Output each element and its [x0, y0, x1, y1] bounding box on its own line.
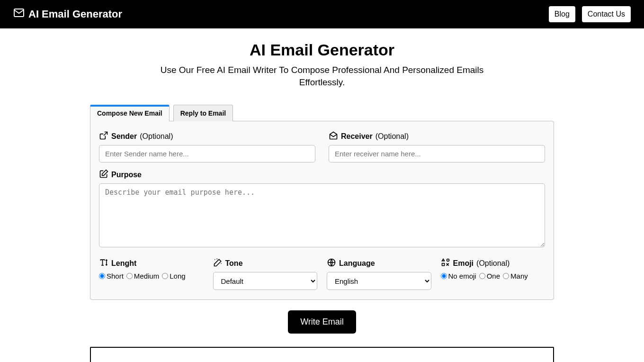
globe-icon [327, 258, 336, 269]
tab-compose[interactable]: Compose New Email [90, 105, 170, 121]
icons-icon [441, 258, 450, 269]
svg-point-2 [447, 259, 449, 262]
blog-link[interactable]: Blog [549, 6, 575, 22]
emoji-one[interactable]: One [479, 272, 500, 280]
output-box [90, 347, 554, 362]
nav-links: Blog Contact Us [549, 6, 631, 22]
envelope-open-icon [329, 131, 338, 142]
tone-label: Tone [213, 258, 318, 269]
emoji-many[interactable]: Many [503, 272, 528, 280]
receiver-input[interactable] [329, 145, 545, 163]
edit-icon [99, 169, 108, 181]
sender-input[interactable] [99, 145, 315, 163]
brand: AI Email Generator [13, 7, 122, 21]
emoji-none[interactable]: No emoji [441, 272, 476, 280]
share-icon [99, 131, 108, 142]
emoji-radios: No emoji One Many [441, 272, 546, 280]
brand-title: AI Email Generator [28, 8, 122, 20]
emoji-label: Emoji (Optional) [441, 258, 546, 269]
text-height-icon [99, 258, 108, 269]
tone-select[interactable]: Default [213, 272, 318, 290]
envelope-icon [13, 7, 25, 21]
wand-icon [213, 258, 223, 269]
contact-link[interactable]: Contact Us [582, 6, 631, 22]
sender-label: Sender (Optional) [99, 131, 315, 142]
form-panel: Sender (Optional) Receiver (Optional) [90, 121, 554, 300]
write-email-button[interactable]: Write Email [288, 310, 356, 334]
length-short[interactable]: Short [99, 272, 124, 280]
length-long[interactable]: Long [162, 272, 185, 280]
svg-rect-3 [442, 263, 444, 266]
purpose-textarea[interactable] [99, 183, 545, 247]
length-radios: Short Medium Long [99, 272, 204, 280]
receiver-label: Receiver (Optional) [329, 131, 545, 142]
tabs: Compose New Email Reply to Email [90, 104, 554, 121]
length-medium[interactable]: Medium [126, 272, 159, 280]
app-header: AI Email Generator Blog Contact Us [0, 0, 644, 28]
page-subtitle: Use Our Free AI Email Writer To Compose … [156, 64, 488, 88]
purpose-label: Purpose [99, 169, 545, 181]
page-title: AI Email Generator [90, 41, 554, 59]
tab-reply[interactable]: Reply to Email [173, 105, 233, 121]
language-label: Language [327, 258, 431, 269]
length-label: Lenght [99, 258, 204, 269]
language-select[interactable]: English [327, 272, 431, 290]
